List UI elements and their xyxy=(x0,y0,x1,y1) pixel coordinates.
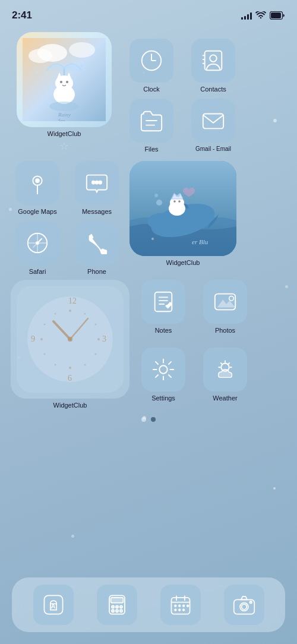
svg-point-97 xyxy=(187,605,188,607)
clock-label: Clock xyxy=(143,86,160,93)
svg-point-55 xyxy=(69,310,71,312)
svg-point-5 xyxy=(69,42,95,58)
photos-app[interactable]: Photos xyxy=(197,280,253,342)
svg-point-4 xyxy=(37,44,67,62)
svg-point-60 xyxy=(95,324,97,326)
svg-text:Sea: Sea xyxy=(58,118,65,121)
svg-point-32 xyxy=(99,181,102,184)
svg-point-84 xyxy=(111,605,113,608)
svg-text:A: A xyxy=(50,603,55,610)
dock: A xyxy=(12,577,285,632)
status-time: 2:41 xyxy=(12,10,32,21)
svg-point-63 xyxy=(55,364,56,366)
svg-point-29 xyxy=(36,179,39,182)
left-section: Google Maps Messages xyxy=(11,161,124,275)
svg-rect-27 xyxy=(203,114,223,129)
svg-rect-70 xyxy=(155,292,172,311)
maps-app[interactable]: Google Maps xyxy=(11,161,64,215)
svg-point-46 xyxy=(156,200,162,206)
svg-point-94 xyxy=(175,605,176,607)
calendar-dock[interactable] xyxy=(160,585,201,625)
widgetclub1-wrap: ✦ ✦ Rainy Sea WidgetClub ☆ xyxy=(11,32,118,153)
gmail-app[interactable]: Gmail - Email xyxy=(185,99,241,153)
clock-icon[interactable] xyxy=(129,39,173,83)
svg-point-47 xyxy=(154,194,158,197)
svg-text:3: 3 xyxy=(102,334,106,343)
messages-label: Messages xyxy=(82,208,112,215)
row-2b: Safari Phone xyxy=(11,221,124,275)
battery-icon xyxy=(270,11,285,20)
svg-point-12 xyxy=(49,102,79,111)
page-dot-1[interactable] xyxy=(141,417,146,422)
svg-point-96 xyxy=(182,605,184,607)
calculator-dock[interactable] xyxy=(97,585,137,625)
status-icons xyxy=(241,11,285,20)
contacts-icon[interactable] xyxy=(191,39,235,83)
messages-icon[interactable] xyxy=(75,161,119,205)
svg-line-79 xyxy=(220,362,222,364)
svg-point-95 xyxy=(178,605,180,607)
photos-icon[interactable] xyxy=(203,280,247,324)
right-grid: Notes Photos xyxy=(135,280,260,409)
svg-point-103 xyxy=(241,604,247,610)
clock-app[interactable]: Clock xyxy=(124,39,179,93)
widgetclub2-icon[interactable]: er Blu xyxy=(129,161,236,256)
contacts-app[interactable]: Contacts xyxy=(185,39,241,93)
phone-icon[interactable] xyxy=(75,221,119,265)
svg-point-86 xyxy=(119,605,122,608)
messages-app[interactable]: Messages xyxy=(70,161,124,215)
svg-point-58 xyxy=(40,338,43,340)
notes-app[interactable]: Notes xyxy=(135,280,191,342)
phone-app[interactable]: Phone xyxy=(70,221,124,275)
svg-point-56 xyxy=(97,338,100,340)
gmail-label: Gmail - Email xyxy=(195,146,231,152)
files-app[interactable]: Files xyxy=(124,99,179,153)
clock-widget[interactable]: 12 3 6 9 xyxy=(11,280,129,399)
files-label: Files xyxy=(144,146,158,153)
appstore-dock[interactable]: A xyxy=(33,585,74,625)
svg-point-62 xyxy=(84,364,86,366)
svg-point-30 xyxy=(92,181,95,184)
maps-icon[interactable] xyxy=(15,161,59,205)
wifi-icon xyxy=(255,11,266,20)
svg-text:Rainy: Rainy xyxy=(58,112,71,118)
svg-rect-1 xyxy=(271,12,281,18)
status-bar: 2:41 xyxy=(0,0,297,26)
page-dot-2[interactable] xyxy=(151,417,156,422)
maps-label: Google Maps xyxy=(18,208,56,215)
signal-icon xyxy=(241,11,252,20)
files-icon[interactable] xyxy=(129,99,173,143)
camera-dock[interactable] xyxy=(224,585,264,625)
notes-icon[interactable] xyxy=(141,280,185,324)
svg-point-44 xyxy=(173,200,176,203)
svg-point-72 xyxy=(229,296,234,301)
row-2: Google Maps Messages xyxy=(11,161,286,275)
svg-text:er Blu: er Blu xyxy=(192,238,208,245)
safari-app[interactable]: Safari xyxy=(11,221,64,275)
svg-point-45 xyxy=(178,200,181,203)
svg-point-69 xyxy=(68,337,72,342)
row-3: 12 3 6 9 xyxy=(11,280,286,409)
svg-point-88 xyxy=(115,610,118,612)
widgetclub1-icon[interactable]: ✦ ✦ Rainy Sea xyxy=(17,32,112,127)
settings-icon[interactable] xyxy=(141,348,185,392)
svg-point-99 xyxy=(178,609,180,611)
svg-point-59 xyxy=(84,313,86,315)
svg-point-100 xyxy=(182,609,184,611)
svg-text:12: 12 xyxy=(68,296,77,305)
svg-point-11 xyxy=(66,81,68,83)
weather-icon[interactable] xyxy=(203,348,247,392)
row-1: ✦ ✦ Rainy Sea WidgetClub ☆ xyxy=(11,32,286,153)
safari-icon[interactable] xyxy=(15,221,59,265)
svg-point-66 xyxy=(55,313,56,315)
weather-app[interactable]: Weather xyxy=(197,348,253,409)
gmail-icon[interactable] xyxy=(191,99,235,143)
star-badge: ☆ xyxy=(59,140,69,153)
svg-point-98 xyxy=(175,609,176,611)
settings-app[interactable]: Settings xyxy=(135,348,191,409)
widgetclub2-wrap: er Blu WidgetClub xyxy=(129,161,236,275)
svg-point-87 xyxy=(111,610,113,612)
row-2a: Google Maps Messages xyxy=(11,161,124,215)
svg-rect-83 xyxy=(110,598,123,603)
svg-point-21 xyxy=(210,55,216,61)
